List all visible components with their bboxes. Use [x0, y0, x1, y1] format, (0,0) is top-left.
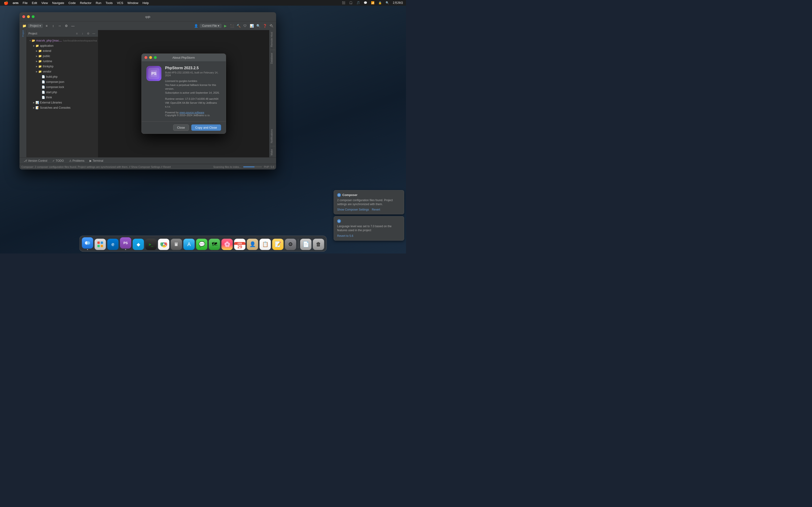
dock-item-maps[interactable]: 🗺: [209, 239, 220, 250]
sort-icon[interactable]: ≡: [44, 23, 49, 29]
tree-composer-lock[interactable]: 📄 composer.lock: [27, 84, 98, 90]
dock-item-reminders[interactable]: 📋: [260, 239, 271, 250]
terminal-tab[interactable]: ▶ Terminal: [87, 158, 105, 163]
menu-code[interactable]: Code: [66, 1, 78, 5]
stop-icon[interactable]: ⬛: [229, 23, 235, 29]
close-button[interactable]: [22, 15, 25, 18]
problems-tab[interactable]: ⚠ Problems: [67, 158, 87, 163]
dialog-maximize-btn[interactable]: [154, 56, 157, 59]
dock-item-phpstorm[interactable]: PS: [120, 237, 131, 250]
tree-scratches[interactable]: ▶ 📝 Scratches and Consoles: [27, 105, 98, 110]
version-control-tab[interactable]: ⎇ Version Control: [21, 158, 50, 163]
public-folder-icon: 📁: [38, 54, 42, 58]
panel-expand-icon[interactable]: ↕: [80, 31, 85, 36]
tree-external-libs[interactable]: ▶ 📊 External Libraries: [27, 100, 98, 105]
search-toolbar-icon[interactable]: 🔍: [255, 23, 261, 29]
todo-icon: ✓: [52, 159, 55, 162]
minimize-button[interactable]: [27, 15, 30, 18]
dock-item-trash[interactable]: 🗑: [313, 239, 324, 250]
dock-item-appstore[interactable]: A: [184, 239, 195, 250]
help-icon[interactable]: ❓: [262, 23, 268, 29]
dock-item-prefs[interactable]: ⚙: [285, 239, 296, 250]
file-tree: ▾ 📂 macvk_php [macvk] /usr/local/deve/wo…: [27, 37, 98, 157]
run-icon[interactable]: ▶: [222, 23, 228, 29]
profile-icon[interactable]: 📊: [249, 23, 254, 29]
menu-help[interactable]: Help: [141, 1, 151, 5]
tree-application[interactable]: ▶ 📁 application: [27, 43, 98, 48]
dialog-traffic-lights: [145, 56, 157, 59]
tree-runtime[interactable]: ▶ 📁 runtime: [27, 59, 98, 64]
dock-item-photos[interactable]: 🌸: [221, 239, 233, 250]
project-dropdown[interactable]: Project ▾: [28, 24, 43, 28]
menubar: 🍎 orm File Edit View Navigate Code Refac…: [0, 0, 406, 6]
menu-window[interactable]: Window: [125, 1, 140, 5]
open-source-link[interactable]: open-source software: [180, 111, 204, 114]
current-file-dropdown[interactable]: Current File ▾: [200, 24, 221, 28]
menu-edit[interactable]: Edit: [30, 1, 39, 5]
dock-item-calculator[interactable]: 🖩: [171, 239, 182, 250]
menu-run[interactable]: Run: [94, 1, 103, 5]
maximize-button[interactable]: [32, 15, 35, 18]
dock-item-notes[interactable]: 📝: [272, 239, 284, 250]
composer-notif-title: Composer: [342, 193, 357, 197]
composer-revert-link[interactable]: Revert: [372, 208, 380, 211]
tree-public[interactable]: ▶ 📁 public: [27, 54, 98, 59]
dock-item-finder[interactable]: [82, 237, 93, 250]
dock-item-messages[interactable]: 💬: [196, 239, 207, 250]
remote-host-tab[interactable]: Remote Host: [269, 30, 276, 49]
php-file-icon: 📄: [42, 75, 45, 78]
start-php-icon: 📄: [42, 91, 45, 94]
coverage-icon[interactable]: 🛡: [242, 23, 248, 29]
dock-item-launchpad[interactable]: [95, 239, 106, 250]
settings-icon[interactable]: ⚙: [63, 23, 69, 29]
menubar-search[interactable]: 🔍: [385, 1, 390, 5]
tree-thinkphp[interactable]: ▶ 📁 thinkphp: [27, 64, 98, 69]
database-tab[interactable]: Database: [269, 51, 276, 66]
dock-item-edge[interactable]: e: [107, 239, 119, 250]
panel-settings-icon[interactable]: ⚙: [86, 31, 91, 36]
tree-root[interactable]: ▾ 📂 macvk_php [macvk] /usr/local/deve/wo…: [27, 38, 98, 43]
dock-item-pastey[interactable]: 📄: [300, 239, 312, 250]
dock-item-terminal[interactable]: >_: [145, 239, 157, 250]
thinkphp-folder-icon: 📁: [38, 65, 42, 68]
dock-item-sourcetree[interactable]: ◆: [133, 239, 144, 250]
dock-item-chrome[interactable]: [158, 239, 169, 250]
build-icon[interactable]: 🔨: [236, 23, 241, 29]
collapse-icon[interactable]: ↔: [57, 23, 62, 29]
tree-start-php[interactable]: 📄 start.php: [27, 90, 98, 95]
apple-menu[interactable]: 🍎: [2, 0, 10, 6]
menu-refactor[interactable]: Refactor: [78, 1, 93, 5]
tree-extend[interactable]: ▶ 📁 extend: [27, 48, 98, 54]
revert-to-56-link[interactable]: Revert to 5.6: [337, 234, 353, 237]
menu-vcs[interactable]: VCS: [115, 1, 125, 5]
expand-icon[interactable]: ↕: [50, 23, 56, 29]
notifications-tab[interactable]: Notifications: [269, 127, 276, 145]
make-tab[interactable]: Make: [269, 147, 276, 157]
tree-think[interactable]: 📄 think: [27, 95, 98, 100]
tree-build-php[interactable]: 📄 build.php: [27, 74, 98, 79]
dock-item-calendar[interactable]: FEB 29: [234, 239, 246, 250]
close-button[interactable]: Close: [173, 124, 189, 131]
tree-composer-json[interactable]: 📄 composer.json: [27, 79, 98, 84]
tree-vendor[interactable]: ▶ 📁 vendor: [27, 69, 98, 74]
panel-sort-icon[interactable]: ≡: [74, 31, 79, 36]
runtime-folder-icon: 📁: [38, 60, 42, 63]
avatar-icon[interactable]: 👤: [193, 23, 199, 29]
todo-tab[interactable]: ✓ TODO: [50, 158, 66, 163]
finder-dot: [87, 249, 88, 250]
project-gutter-icon[interactable]: Project: [20, 31, 26, 36]
menu-file[interactable]: File: [21, 1, 30, 5]
menu-tools[interactable]: Tools: [104, 1, 114, 5]
dialog-minimize-btn[interactable]: [149, 56, 152, 59]
panel-close-icon[interactable]: —: [91, 31, 96, 36]
dialog-close-btn[interactable]: [145, 56, 147, 59]
copy-and-close-button[interactable]: Copy and Close: [191, 124, 221, 131]
show-composer-settings-link[interactable]: Show Composer Settings: [337, 208, 369, 211]
menu-view[interactable]: View: [40, 1, 50, 5]
plugins-icon[interactable]: 🔌: [268, 23, 274, 29]
menu-navigate[interactable]: Navigate: [50, 1, 66, 5]
minimize-panel-icon[interactable]: —: [70, 23, 75, 29]
app-name[interactable]: orm: [11, 1, 20, 5]
dock-item-contacts[interactable]: 👤: [247, 239, 258, 250]
problems-icon: ⚠: [69, 159, 72, 162]
